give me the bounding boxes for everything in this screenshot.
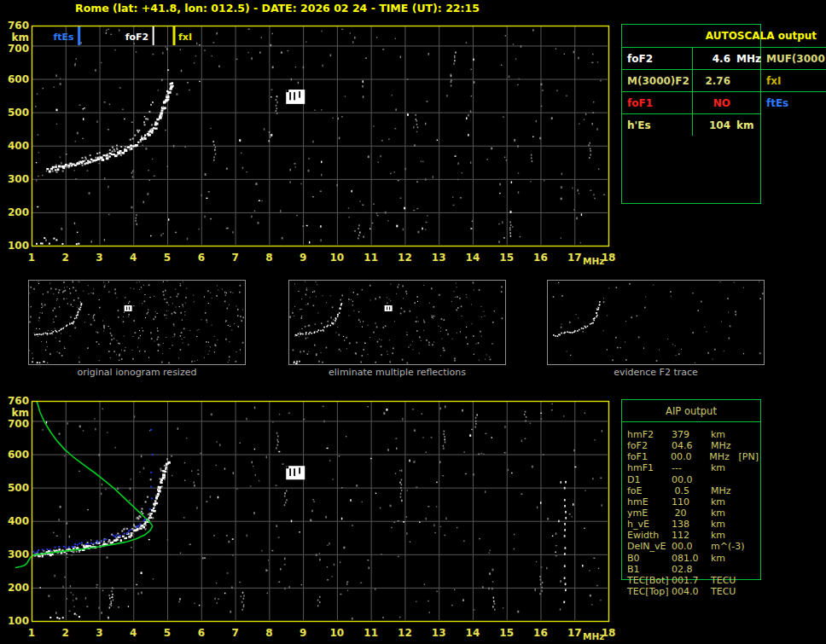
autoscala-table-row: foF1NO: [622, 91, 761, 113]
parameter-label: hmF2: [627, 429, 672, 440]
parameter-label: fxI: [761, 70, 826, 91]
x-tick-label: 3: [89, 627, 111, 639]
aip-table-row: hmF2379km: [627, 429, 759, 440]
parameter-label: foF1: [622, 92, 692, 113]
parameter-label: foF2: [627, 440, 672, 451]
parameter-label: TEC[Top]: [627, 586, 672, 597]
parameter-label: foF2: [622, 48, 692, 69]
y-tick-label: 100: [2, 240, 29, 252]
parameter-label: h'Es: [622, 114, 692, 136]
x-tick-label: 13: [428, 627, 450, 639]
parameter-label: ftEs: [761, 92, 826, 113]
y-axis-unit-label: km: [2, 407, 29, 419]
value-unit: km: [736, 119, 753, 131]
value-unit: km: [711, 530, 739, 541]
parameter-label: D1: [627, 474, 672, 485]
value-unit: TECU: [711, 586, 739, 597]
parameter-value: 04.6: [672, 440, 702, 451]
x-tick-label: 10: [326, 252, 348, 264]
value-unit: km: [711, 519, 739, 530]
autoscala-table-row: foF24.6MHz: [622, 47, 761, 69]
parameter-label: Ewidth: [627, 530, 672, 541]
thumbnail-canvas: [548, 281, 764, 364]
parameter-value: 20: [672, 508, 702, 519]
aip-table-row: TEC[Bot]001.7TECU: [627, 575, 759, 586]
x-tick-label: 3: [89, 252, 111, 264]
aip-table-row: hmE110km: [627, 496, 759, 508]
x-tick-label: 2: [55, 252, 77, 264]
aip-table-header: AIP output: [622, 405, 760, 417]
y-tick-label: 500: [2, 107, 29, 119]
autoscala-table-row: MUF(3000)F212.7MHz: [761, 47, 826, 69]
y-tick-label: 100: [2, 615, 29, 627]
top-ionogram-canvas: ftEsfoF2fxI: [32, 26, 609, 247]
aip-output-table: AIP output hmF2379kmfoF204.6MHzfoF100.0M…: [621, 399, 761, 580]
value-number: 4.6: [693, 53, 730, 65]
x-tick-label: 7: [224, 252, 247, 264]
aip-table-row: h_vE138km: [627, 519, 759, 530]
y-tick-label: 200: [2, 582, 29, 594]
value-unit: [711, 564, 739, 575]
parameter-value: 379: [672, 429, 702, 440]
parameter-value: 081.0: [672, 553, 702, 564]
aip-table-row: TEC[Top]004.0TECU: [627, 586, 759, 597]
parameter-label: foF1: [627, 451, 671, 462]
x-tick-label: 11: [360, 252, 382, 264]
x-tick-label: 1: [20, 627, 43, 639]
value-unit: MHz: [711, 485, 739, 496]
y-tick-label: 760: [2, 395, 29, 407]
autoscala-table-row: fxI5.2MHz: [761, 69, 826, 91]
autoscala-output-table: AUTOSCALA output foF24.6MHzMUF(3000)F212…: [621, 24, 761, 204]
y-tick-label: 700: [2, 418, 29, 430]
parameter-value: 004.0: [672, 586, 702, 597]
value-unit: MHz: [736, 53, 761, 65]
y-tick-label: 200: [2, 206, 29, 218]
aip-table-row: ymE 20km: [627, 508, 759, 519]
parameter-value: 104km: [692, 114, 761, 136]
y-tick-label: 300: [2, 173, 29, 185]
aip-table-separator: [622, 421, 760, 422]
parameter-value: 0.5: [672, 485, 702, 496]
parameter-value: 00.0: [671, 451, 701, 462]
aip-table-row: B102.8: [627, 564, 759, 575]
x-tick-label: 11: [360, 627, 382, 639]
x-tick-label: 6: [190, 252, 212, 264]
x-tick-label: 8: [258, 627, 280, 639]
x-tick-label: 8: [258, 252, 280, 264]
x-tick-label: 16: [529, 252, 551, 264]
x-tick-label: 12: [393, 627, 416, 639]
page-title: Rome (lat: +41.8, lon: 012.5) - DATE: 20…: [75, 2, 480, 15]
x-tick-label: 12: [393, 252, 416, 264]
x-tick-label: 4: [122, 627, 144, 639]
autoscala-table-header: AUTOSCALA output: [622, 25, 826, 47]
y-tick-label: 600: [2, 73, 29, 85]
x-tick-label: 5: [156, 252, 178, 264]
x-axis-unit-label: MHz: [583, 255, 604, 267]
parameter-label: DelN_vE: [627, 541, 672, 552]
x-axis-unit-label: MHz: [583, 630, 604, 642]
y-tick-label: 400: [2, 140, 29, 152]
parameter-value: 2.76: [692, 70, 761, 91]
y-tick-label: 600: [2, 449, 29, 461]
parameter-value: 02.8: [672, 564, 702, 575]
value-unit: m^(-3): [711, 541, 739, 552]
parameter-label: MUF(3000)F2: [761, 48, 826, 69]
x-tick-label: 13: [428, 252, 450, 264]
parameter-label: M(3000)F2: [622, 70, 692, 91]
x-tick-label: 6: [190, 627, 212, 639]
y-tick-label: 700: [2, 43, 29, 55]
thumbnail-evidence-f2-trace: [547, 280, 765, 365]
parameter-value: ---: [672, 462, 702, 473]
value-unit: MHz: [709, 451, 736, 462]
x-tick-label: 7: [224, 627, 247, 639]
parameter-label: hmE: [627, 496, 672, 508]
autoscala-table-row: M(3000)F22.76: [622, 69, 761, 91]
x-tick-label: 2: [55, 627, 77, 639]
x-tick-label: 4: [122, 252, 144, 264]
value-number: 104: [693, 119, 730, 131]
x-tick-label: 15: [496, 627, 518, 639]
x-tick-label: 9: [292, 627, 314, 639]
aip-table-row: Ewidth112km: [627, 530, 759, 541]
aip-table-row: hmF1---km: [627, 462, 759, 473]
parameter-label: h_vE: [627, 519, 672, 530]
